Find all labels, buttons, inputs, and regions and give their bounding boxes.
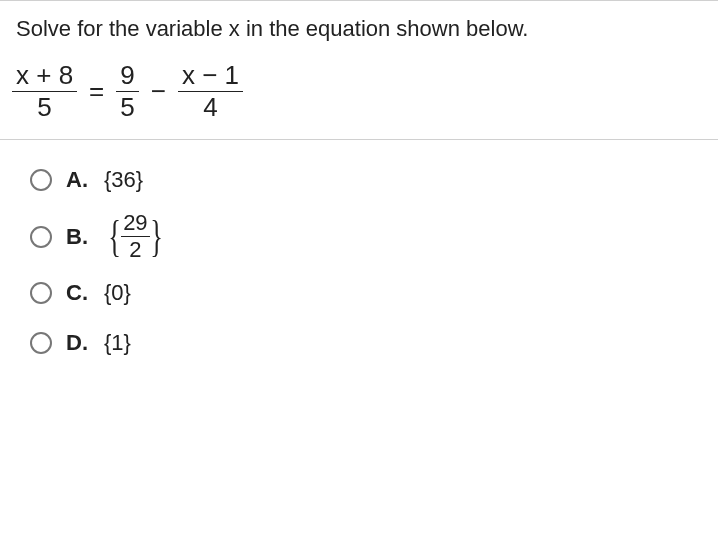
choice-c[interactable]: C. {0}	[30, 275, 702, 311]
choice-letter: B.	[66, 224, 90, 250]
choice-text: {0}	[104, 280, 131, 306]
r2-numerator: x − 1	[178, 62, 243, 89]
choice-text: { 29 2 }	[104, 212, 167, 261]
left-brace-icon: {	[108, 219, 121, 254]
set-fraction: { 29 2 }	[104, 212, 167, 261]
radio-d[interactable]	[30, 332, 52, 354]
lhs-numerator: x + 8	[12, 62, 77, 89]
frac-num: 29	[121, 212, 149, 234]
r1-denominator: 5	[116, 94, 138, 121]
r2-denominator: 4	[199, 94, 221, 121]
radio-c[interactable]	[30, 282, 52, 304]
choice-text: {1}	[104, 330, 131, 356]
choice-letter: C.	[66, 280, 90, 306]
choice-d[interactable]: D. {1}	[30, 325, 702, 361]
lhs-denominator: 5	[33, 94, 55, 121]
choice-letter: D.	[66, 330, 90, 356]
question-prompt: Solve for the variable x in the equation…	[16, 15, 702, 44]
minus-sign: −	[149, 76, 168, 107]
equals-sign: =	[87, 76, 106, 107]
question-area: Solve for the variable x in the equation…	[0, 1, 718, 139]
fraction-r1: 9 5	[116, 62, 138, 122]
choices-list: A. {36} B. { 29 2 } C. {0} D. {1}	[0, 140, 718, 361]
choice-a[interactable]: A. {36}	[30, 162, 702, 198]
choice-b[interactable]: B. { 29 2 }	[30, 212, 702, 261]
equation: x + 8 5 = 9 5 − x − 1 4	[12, 62, 702, 122]
fraction-answer: 29 2	[121, 212, 149, 261]
fraction-lhs: x + 8 5	[12, 62, 77, 122]
r1-numerator: 9	[116, 62, 138, 89]
choice-text: {36}	[104, 167, 143, 193]
radio-a[interactable]	[30, 169, 52, 191]
choice-letter: A.	[66, 167, 90, 193]
frac-den: 2	[127, 239, 143, 261]
right-brace-icon: }	[150, 219, 163, 254]
radio-b[interactable]	[30, 226, 52, 248]
fraction-r2: x − 1 4	[178, 62, 243, 122]
